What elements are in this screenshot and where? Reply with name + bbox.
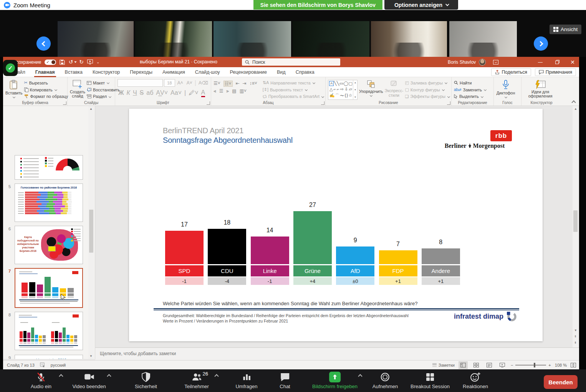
align-right-button[interactable]: ⫸ — [227, 88, 229, 94]
save-icon[interactable] — [60, 60, 65, 65]
share-button[interactable]: Поделиться — [491, 68, 531, 76]
tab-Слайд-шоу[interactable]: Слайд-шоу — [190, 67, 225, 77]
shapes-gallery[interactable]: A╲╲▭◯▢ △⌐⌐⇨⇩▱ ✍⌒〜{}☆ ▴▾▾ — [328, 80, 358, 100]
shape-outline-button[interactable]: ▢Контур фигуры — [405, 87, 450, 93]
slide-thumbnail-8[interactable] — [15, 312, 83, 350]
font-name-select[interactable] — [118, 79, 163, 87]
scroll-up-icon[interactable]: ▲ — [89, 107, 93, 111]
cut-button[interactable]: ✂Вырезать — [24, 80, 68, 86]
chevron-up-icon[interactable] — [59, 374, 63, 378]
slide-thumbnail-9[interactable]: wahl-o-mat.de -20167.Бесплатный вход в г… — [15, 355, 83, 359]
italic-button[interactable]: К — [126, 89, 130, 96]
format-painter-button[interactable]: Формат по образцу — [24, 93, 68, 99]
new-slide-button[interactable]: Создать слайд — [70, 79, 85, 99]
slideshow-icon[interactable] — [87, 60, 93, 65]
increase-indent-button[interactable]: ⇥ — [243, 81, 247, 87]
font-dialog-launcher[interactable] — [207, 101, 210, 105]
shapes-scrollbar[interactable]: ▴▾▾ — [353, 80, 357, 99]
bold-button[interactable]: Ж — [118, 89, 124, 96]
slide-canvas[interactable]: BerlinTREND April 2021 Sonntagsfrage Abg… — [129, 109, 543, 341]
restore-button[interactable] — [551, 57, 564, 67]
chevron-up-icon[interactable] — [107, 374, 111, 378]
ribbon-display-options-icon[interactable] — [489, 57, 502, 67]
tab-Вставка[interactable]: Вставка — [60, 67, 88, 77]
gallery-next-button[interactable] — [534, 36, 548, 51]
spacing-button[interactable]: А̲V˅ — [156, 89, 168, 96]
shrink-font-button[interactable]: А˅ — [185, 80, 194, 86]
clear-format-button[interactable]: А⌫ — [197, 80, 209, 86]
clipboard-dialog-launcher[interactable] — [63, 101, 66, 105]
scroll-up-icon[interactable]: ▲ — [574, 107, 577, 111]
redo-icon[interactable]: ↻ — [79, 57, 84, 67]
tab-Анимация[interactable]: Анимация — [157, 67, 190, 77]
decrease-indent-button[interactable]: ⇤ — [236, 81, 240, 87]
panel-scrollbar-thumb[interactable] — [89, 210, 93, 253]
panel-scrollbar[interactable]: ▲ ▼ — [88, 106, 94, 359]
strikethrough-button[interactable]: S — [140, 89, 144, 96]
comments-button[interactable]: Примечания — [535, 68, 576, 76]
shape-effects-button[interactable]: ❏Эффекты фигуры — [405, 93, 450, 99]
highlight-button[interactable]: 🖉˅ — [189, 89, 198, 96]
audio-button[interactable]: Audio ein — [31, 372, 51, 389]
tab-Переходы[interactable]: Переходы — [125, 67, 157, 77]
language-indicator[interactable]: русский — [51, 363, 66, 367]
view-button[interactable]: Ansicht — [550, 25, 581, 34]
find-button[interactable]: Найти — [454, 80, 486, 86]
select-button[interactable]: Выделить — [454, 93, 486, 99]
search-input[interactable]: Поиск — [242, 58, 340, 66]
text-direction-button[interactable]: ⇅АНаправление текста — [263, 80, 324, 86]
account-area[interactable]: Boris Shavlov — [448, 57, 486, 67]
design-ideas-button[interactable]: Идеи для оформления — [524, 79, 557, 99]
close-button[interactable]: ✕ — [566, 57, 579, 67]
shadow-button[interactable]: аб — [146, 89, 153, 96]
underline-button[interactable]: Ч — [133, 89, 137, 96]
options-button[interactable]: Optionen anzeigen — [384, 0, 458, 10]
align-center-button[interactable]: ☰ — [219, 88, 223, 94]
collapse-ribbon-button[interactable] — [571, 100, 576, 104]
align-text-button[interactable]: [⇕]Выровнять текст — [263, 87, 324, 93]
smartart-button[interactable]: ⮔Преобразовать в SmartArt — [263, 93, 324, 99]
tab-Вид[interactable]: Вид — [272, 67, 291, 77]
zoom-out-icon[interactable]: − — [511, 363, 513, 367]
chevron-up-icon[interactable] — [358, 374, 362, 378]
justify-button[interactable]: ▤ — [232, 88, 236, 94]
grow-font-button[interactable]: А˄ — [176, 80, 184, 86]
zoom-level[interactable]: 108 % — [555, 363, 567, 367]
editor-scrollbar[interactable]: ▲ ▼ ⇞ ⇟ — [573, 106, 578, 347]
bullets-button[interactable]: ☰˅ — [214, 81, 220, 87]
notes-toggle-button[interactable]: Заметки — [432, 363, 455, 367]
minimize-button[interactable]: — — [534, 57, 547, 67]
polls-button[interactable]: Umfragen — [235, 372, 257, 389]
align-left-button[interactable]: ⫷ — [214, 88, 216, 94]
replace-button[interactable]: ab⇄ Заменить — [454, 87, 486, 93]
copy-button[interactable]: Копировать — [24, 87, 68, 93]
slide-thumbnail-5[interactable]: Голосование по районам Берлина 2016 — [15, 184, 83, 222]
columns-button[interactable]: ▥˅ — [240, 88, 247, 94]
zoom-slider-thumb[interactable] — [534, 363, 535, 367]
slideshow-view-button[interactable] — [498, 361, 507, 369]
slide-thumbnail-4[interactable] — [15, 155, 83, 180]
gallery-prev-button[interactable] — [36, 36, 51, 51]
qat-more-icon[interactable]: ⌄ — [96, 57, 99, 67]
reactions-button[interactable]: Reaktionen — [463, 372, 488, 389]
slide-thumbnail-6[interactable]: Карта победителей по избирательным участ… — [15, 226, 83, 264]
leave-meeting-button[interactable]: Beenden — [544, 375, 578, 389]
fit-to-window-icon[interactable] — [571, 363, 576, 367]
scroll-down-icon[interactable]: ▼ — [574, 329, 577, 332]
slide-thumbnail-7[interactable] — [15, 268, 83, 308]
font-size-select[interactable]: 18 — [164, 79, 175, 87]
change-case-button[interactable]: Аа˅ — [171, 89, 182, 96]
slide-sorter-view-button[interactable] — [472, 361, 481, 369]
editor-scrollbar-thumb[interactable] — [573, 210, 578, 232]
chevron-up-icon[interactable] — [214, 374, 219, 378]
drawing-dialog-launcher[interactable] — [447, 101, 450, 105]
video-button[interactable]: Video beenden — [72, 372, 106, 389]
zoom-in-icon[interactable]: + — [548, 363, 551, 367]
spellcheck-icon[interactable] — [40, 362, 45, 367]
quick-styles-button[interactable]: Экспресс-стили — [385, 79, 404, 99]
dictate-button[interactable]: Диктофон — [496, 79, 515, 99]
next-slide-icon[interactable]: ⇟ — [574, 341, 577, 344]
record-button[interactable]: Aufnehmen — [372, 372, 398, 389]
scroll-down-icon[interactable]: ▼ — [89, 354, 93, 358]
shape-fill-button[interactable]: ◰Заливка фигуры — [405, 80, 450, 86]
